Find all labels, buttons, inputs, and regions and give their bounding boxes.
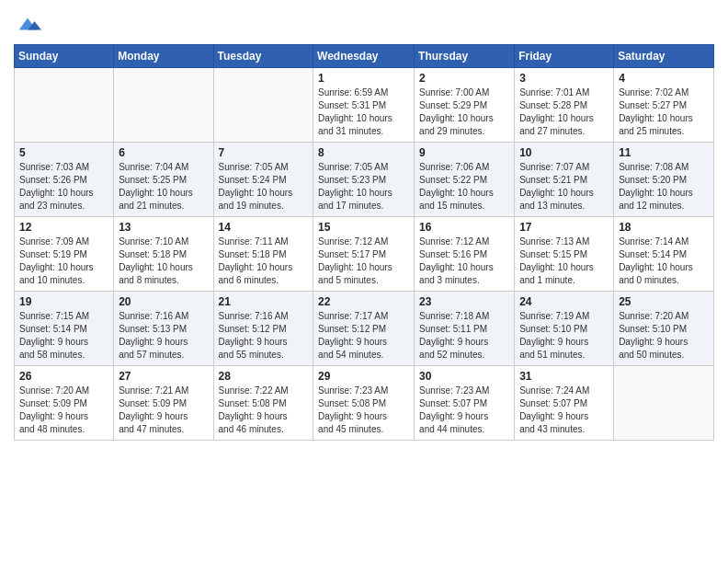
calendar-cell: 13Sunrise: 7:10 AM Sunset: 5:18 PM Dayli…	[114, 217, 213, 292]
weekday-header-saturday: Saturday	[614, 45, 714, 68]
calendar-cell: 29Sunrise: 7:23 AM Sunset: 5:08 PM Dayli…	[313, 366, 415, 441]
logo	[14, 13, 41, 37]
day-number: 13	[119, 221, 208, 234]
day-info: Sunrise: 7:02 AM Sunset: 5:27 PM Dayligh…	[619, 86, 709, 138]
calendar-cell: 3Sunrise: 7:01 AM Sunset: 5:28 PM Daylig…	[515, 68, 614, 143]
day-info: Sunrise: 7:20 AM Sunset: 5:09 PM Dayligh…	[19, 385, 108, 436]
calendar-cell: 1Sunrise: 6:59 AM Sunset: 5:31 PM Daylig…	[313, 68, 415, 143]
day-number: 5	[19, 146, 108, 159]
day-number: 8	[318, 146, 409, 159]
day-number: 20	[119, 295, 208, 308]
week-row-4: 19Sunrise: 7:15 AM Sunset: 5:14 PM Dayli…	[15, 292, 714, 366]
day-info: Sunrise: 7:07 AM Sunset: 5:21 PM Dayligh…	[519, 161, 609, 213]
calendar-cell: 27Sunrise: 7:21 AM Sunset: 5:09 PM Dayli…	[114, 366, 213, 441]
day-number: 21	[219, 295, 309, 308]
day-number: 23	[419, 295, 509, 308]
day-info: Sunrise: 7:23 AM Sunset: 5:08 PM Dayligh…	[318, 385, 409, 436]
day-number: 22	[318, 295, 409, 308]
calendar-cell: 31Sunrise: 7:24 AM Sunset: 5:07 PM Dayli…	[515, 366, 614, 441]
page: SundayMondayTuesdayWednesdayThursdayFrid…	[0, 0, 728, 454]
day-number: 16	[419, 221, 509, 234]
week-row-2: 5Sunrise: 7:03 AM Sunset: 5:26 PM Daylig…	[15, 143, 714, 217]
day-number: 26	[19, 370, 108, 383]
calendar-cell	[213, 68, 313, 143]
day-info: Sunrise: 7:12 AM Sunset: 5:17 PM Dayligh…	[318, 236, 409, 287]
day-number: 30	[419, 370, 509, 383]
calendar-cell: 18Sunrise: 7:14 AM Sunset: 5:14 PM Dayli…	[614, 217, 714, 292]
day-number: 9	[419, 146, 509, 159]
week-row-1: 1Sunrise: 6:59 AM Sunset: 5:31 PM Daylig…	[15, 68, 714, 143]
calendar-cell: 9Sunrise: 7:06 AM Sunset: 5:22 PM Daylig…	[415, 143, 515, 217]
day-info: Sunrise: 7:10 AM Sunset: 5:18 PM Dayligh…	[119, 236, 208, 287]
day-number: 3	[519, 72, 609, 85]
day-info: Sunrise: 7:20 AM Sunset: 5:10 PM Dayligh…	[619, 310, 709, 362]
day-number: 4	[619, 72, 709, 85]
weekday-header-monday: Monday	[114, 45, 213, 68]
day-info: Sunrise: 7:05 AM Sunset: 5:24 PM Dayligh…	[219, 161, 309, 213]
day-number: 28	[219, 370, 309, 383]
day-info: Sunrise: 7:22 AM Sunset: 5:08 PM Dayligh…	[219, 385, 309, 436]
day-number: 7	[219, 146, 309, 159]
day-number: 6	[119, 146, 208, 159]
calendar-cell: 14Sunrise: 7:11 AM Sunset: 5:18 PM Dayli…	[213, 217, 313, 292]
day-number: 2	[419, 72, 509, 85]
day-info: Sunrise: 7:12 AM Sunset: 5:16 PM Dayligh…	[419, 236, 509, 287]
calendar-cell	[114, 68, 213, 143]
calendar-cell: 28Sunrise: 7:22 AM Sunset: 5:08 PM Dayli…	[213, 366, 313, 441]
day-number: 14	[219, 221, 309, 234]
day-number: 15	[318, 221, 409, 234]
day-number: 1	[318, 72, 409, 85]
weekday-header-friday: Friday	[515, 45, 614, 68]
day-number: 12	[19, 221, 108, 234]
calendar-cell: 11Sunrise: 7:08 AM Sunset: 5:20 PM Dayli…	[614, 143, 714, 217]
calendar-cell: 25Sunrise: 7:20 AM Sunset: 5:10 PM Dayli…	[614, 292, 714, 366]
header	[14, 9, 714, 37]
day-info: Sunrise: 7:24 AM Sunset: 5:07 PM Dayligh…	[519, 385, 609, 436]
calendar-cell	[614, 366, 714, 441]
day-info: Sunrise: 6:59 AM Sunset: 5:31 PM Dayligh…	[318, 86, 409, 138]
day-number: 18	[619, 221, 709, 234]
day-info: Sunrise: 7:19 AM Sunset: 5:10 PM Dayligh…	[519, 310, 609, 362]
day-info: Sunrise: 7:21 AM Sunset: 5:09 PM Dayligh…	[119, 385, 208, 436]
day-number: 17	[519, 221, 609, 234]
day-info: Sunrise: 7:09 AM Sunset: 5:19 PM Dayligh…	[19, 236, 108, 287]
calendar-cell: 26Sunrise: 7:20 AM Sunset: 5:09 PM Dayli…	[15, 366, 114, 441]
day-info: Sunrise: 7:05 AM Sunset: 5:23 PM Dayligh…	[318, 161, 409, 213]
day-info: Sunrise: 7:16 AM Sunset: 5:13 PM Dayligh…	[119, 310, 208, 362]
calendar-cell: 23Sunrise: 7:18 AM Sunset: 5:11 PM Dayli…	[415, 292, 515, 366]
calendar-cell: 20Sunrise: 7:16 AM Sunset: 5:13 PM Dayli…	[114, 292, 213, 366]
calendar-cell: 19Sunrise: 7:15 AM Sunset: 5:14 PM Dayli…	[15, 292, 114, 366]
calendar-cell: 7Sunrise: 7:05 AM Sunset: 5:24 PM Daylig…	[213, 143, 313, 217]
day-info: Sunrise: 7:01 AM Sunset: 5:28 PM Dayligh…	[519, 86, 609, 138]
calendar-cell: 30Sunrise: 7:23 AM Sunset: 5:07 PM Dayli…	[415, 366, 515, 441]
week-row-3: 12Sunrise: 7:09 AM Sunset: 5:19 PM Dayli…	[15, 217, 714, 292]
day-info: Sunrise: 7:16 AM Sunset: 5:12 PM Dayligh…	[219, 310, 309, 362]
day-info: Sunrise: 7:23 AM Sunset: 5:07 PM Dayligh…	[419, 385, 509, 436]
calendar-cell: 15Sunrise: 7:12 AM Sunset: 5:17 PM Dayli…	[313, 217, 415, 292]
day-number: 11	[619, 146, 709, 159]
calendar-cell: 24Sunrise: 7:19 AM Sunset: 5:10 PM Dayli…	[515, 292, 614, 366]
day-info: Sunrise: 7:13 AM Sunset: 5:15 PM Dayligh…	[519, 236, 609, 287]
calendar-cell	[15, 68, 114, 143]
day-info: Sunrise: 7:00 AM Sunset: 5:29 PM Dayligh…	[419, 86, 509, 138]
calendar-cell: 17Sunrise: 7:13 AM Sunset: 5:15 PM Dayli…	[515, 217, 614, 292]
day-number: 19	[19, 295, 108, 308]
day-info: Sunrise: 7:18 AM Sunset: 5:11 PM Dayligh…	[419, 310, 509, 362]
day-info: Sunrise: 7:15 AM Sunset: 5:14 PM Dayligh…	[19, 310, 108, 362]
day-info: Sunrise: 7:17 AM Sunset: 5:12 PM Dayligh…	[318, 310, 409, 362]
day-info: Sunrise: 7:06 AM Sunset: 5:22 PM Dayligh…	[419, 161, 509, 213]
day-number: 10	[519, 146, 609, 159]
day-info: Sunrise: 7:14 AM Sunset: 5:14 PM Dayligh…	[619, 236, 709, 287]
calendar-cell: 10Sunrise: 7:07 AM Sunset: 5:21 PM Dayli…	[515, 143, 614, 217]
weekday-header-row: SundayMondayTuesdayWednesdayThursdayFrid…	[15, 45, 714, 68]
calendar: SundayMondayTuesdayWednesdayThursdayFrid…	[14, 44, 714, 441]
day-info: Sunrise: 7:11 AM Sunset: 5:18 PM Dayligh…	[219, 236, 309, 287]
week-row-5: 26Sunrise: 7:20 AM Sunset: 5:09 PM Dayli…	[15, 366, 714, 441]
day-number: 25	[619, 295, 709, 308]
weekday-header-thursday: Thursday	[415, 45, 515, 68]
calendar-cell: 22Sunrise: 7:17 AM Sunset: 5:12 PM Dayli…	[313, 292, 415, 366]
calendar-cell: 5Sunrise: 7:03 AM Sunset: 5:26 PM Daylig…	[15, 143, 114, 217]
calendar-cell: 16Sunrise: 7:12 AM Sunset: 5:16 PM Dayli…	[415, 217, 515, 292]
calendar-cell: 8Sunrise: 7:05 AM Sunset: 5:23 PM Daylig…	[313, 143, 415, 217]
day-number: 29	[318, 370, 409, 383]
